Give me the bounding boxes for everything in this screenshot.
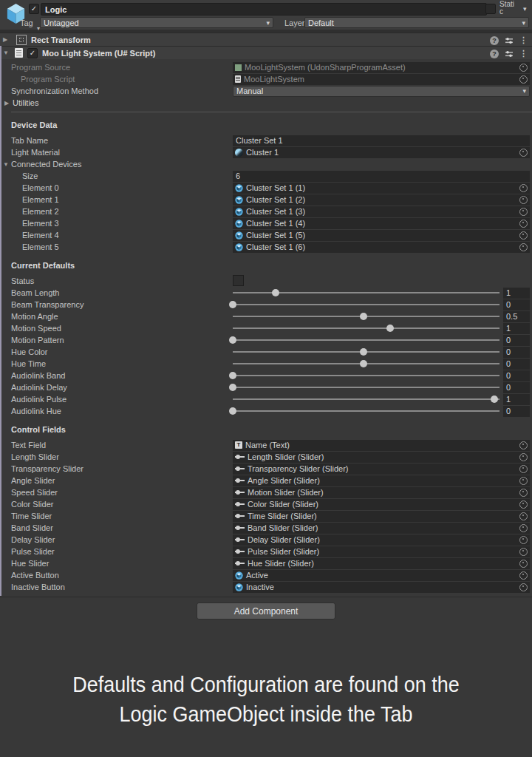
object-picker-icon[interactable] [519,196,528,204]
foldout-closed-icon[interactable]: ▶ [4,100,13,106]
object-picker-icon[interactable] [519,489,528,497]
slider-handle[interactable] [491,396,498,403]
object-picker-icon[interactable] [519,149,528,157]
object-picker-icon[interactable] [519,231,528,240]
slider-handle[interactable] [272,289,279,296]
object-picker-icon[interactable] [519,208,528,216]
object-picker-icon[interactable] [519,184,528,192]
slider-value-input[interactable]: 0.5 [503,311,530,322]
slider-value-input[interactable]: 0 [503,347,530,358]
slider-track[interactable] [233,363,499,364]
connected-devices-foldout-row[interactable]: ▼ Connected Devices [0,158,532,170]
slider-track[interactable] [233,410,499,412]
slider-value-input[interactable]: 1 [503,323,530,334]
object-picker-icon[interactable] [519,465,528,473]
object-field[interactable]: Transparency Slider (Slider) [233,464,530,475]
slider-handle[interactable] [360,348,367,356]
object-field[interactable]: Time Slider (Slider) [233,511,530,522]
tab-name-input[interactable]: Cluster Set 1 [233,135,530,146]
object-field[interactable]: Hue Slider (Slider) [233,558,530,569]
slider-value-input[interactable]: 0 [503,335,530,346]
element-object-field[interactable]: Cluster Set 1 (5) [233,230,530,241]
object-picker-icon[interactable] [519,500,528,509]
slider-value-input[interactable]: 1 [503,394,530,405]
slider-track[interactable] [233,398,499,400]
layer-dropdown[interactable]: Default ▾ [304,17,529,28]
object-picker-icon[interactable] [519,64,528,72]
slider-handle[interactable] [386,325,394,332]
slider-value-input[interactable]: 0 [503,359,530,370]
object-picker-icon[interactable] [519,571,528,580]
rect-transform-header[interactable]: ▶ Rect Transform ? ⋮ [0,33,532,46]
element-object-field[interactable]: Cluster Set 1 (4) [233,218,530,229]
light-material-field[interactable]: Cluster 1 [233,147,530,158]
slider-handle[interactable] [360,313,367,320]
slider-track[interactable] [233,387,499,388]
element-object-field[interactable]: Cluster Set 1 (2) [233,194,530,206]
object-field[interactable]: Inactive [233,582,530,593]
object-field[interactable]: Motion Slider (Slider) [233,487,530,498]
object-picker-icon[interactable] [519,536,528,544]
object-picker-icon[interactable] [519,243,528,251]
foldout-open-icon[interactable]: ▼ [3,161,11,168]
object-field[interactable]: T Name (Text) [233,440,530,451]
object-picker-icon[interactable] [519,560,528,568]
slider-handle[interactable] [229,384,236,391]
add-component-button[interactable]: Add Component [197,602,335,619]
more-menu-icon[interactable]: ⋮ [519,35,528,45]
static-checkbox[interactable] [485,4,496,14]
object-picker-icon[interactable] [519,441,528,449]
tag-dropdown[interactable]: Untagged ▾ [40,17,273,28]
element-object-field[interactable]: Cluster Set 1 (6) [233,242,530,253]
slider-value-input[interactable]: 0 [503,299,530,310]
presets-icon[interactable] [505,36,514,45]
object-field[interactable]: Color Slider (Slider) [233,499,530,510]
gameobject-active-checkbox[interactable]: ✓ [29,4,39,14]
object-field[interactable]: Active [233,570,530,581]
program-source-field[interactable]: MooLightSystem (UdonSharpProgramAsset) [233,62,530,73]
object-picker-icon[interactable] [519,75,528,84]
gameobject-name-field[interactable]: Logic [41,3,487,16]
presets-icon[interactable] [505,50,514,58]
slider-handle[interactable] [229,372,236,379]
object-picker-icon[interactable] [519,548,528,556]
foldout-open-icon[interactable]: ▼ [3,50,10,56]
slider-track[interactable] [233,304,499,305]
static-dropdown-caret-icon[interactable]: ▾ [523,5,527,13]
slider-handle[interactable] [229,336,236,344]
help-icon[interactable]: ? [490,50,499,58]
sync-method-dropdown[interactable]: Manual ▾ [233,86,530,97]
object-field[interactable]: Angle Slider (Slider) [233,475,530,486]
utilities-foldout-row[interactable]: ▶ Utilities [0,97,532,109]
slider-value-input[interactable]: 0 [503,406,530,417]
object-field[interactable]: Length Slider (Slider) [233,452,530,463]
slider-track[interactable] [233,327,499,329]
object-field[interactable]: Band Slider (Slider) [233,523,530,534]
help-icon[interactable]: ? [490,36,499,45]
object-picker-icon[interactable] [519,220,528,228]
object-picker-icon[interactable] [519,512,528,520]
slider-value-input[interactable]: 0 [503,370,530,381]
slider-handle[interactable] [229,301,236,308]
object-field[interactable]: Delay Slider (Slider) [233,534,530,546]
slider-value-input[interactable]: 1 [503,288,530,299]
slider-track[interactable] [233,316,499,317]
foldout-closed-icon[interactable]: ▶ [3,36,10,43]
element-object-field[interactable]: Cluster Set 1 (1) [233,183,530,194]
component-enabled-checkbox[interactable]: ✓ [27,48,38,58]
slider-handle[interactable] [229,407,236,415]
array-size-input[interactable]: 6 [233,171,530,182]
object-picker-icon[interactable] [519,477,528,485]
object-picker-icon[interactable] [519,453,528,461]
slider-track[interactable] [233,292,499,293]
program-script-field[interactable]: MooLightSystem [233,74,530,85]
slider-value-input[interactable]: 0 [503,382,530,393]
slider-track[interactable] [233,375,499,376]
slider-track[interactable] [233,351,499,353]
object-picker-icon[interactable] [519,583,528,591]
object-picker-icon[interactable] [519,524,528,532]
status-checkbox[interactable] [233,275,244,286]
slider-handle[interactable] [360,360,367,367]
slider-track[interactable] [233,339,499,341]
element-object-field[interactable]: Cluster Set 1 (3) [233,206,530,217]
